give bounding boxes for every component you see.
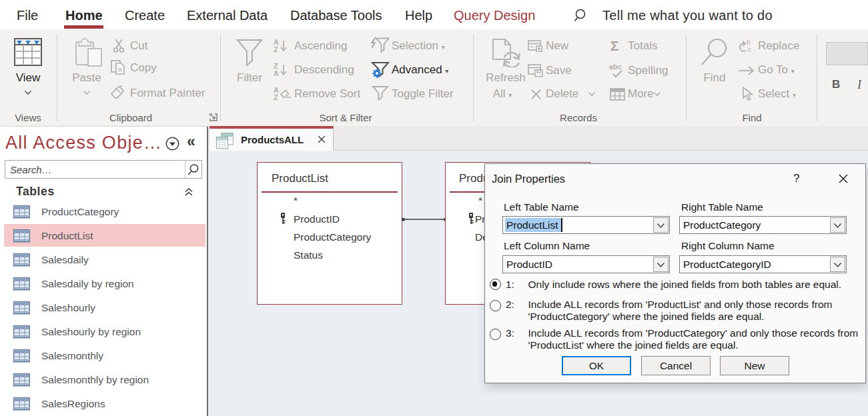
svg-text:b: b (747, 39, 751, 46)
svg-text:A: A (274, 69, 279, 77)
svg-text:abc: abc (609, 63, 622, 71)
svg-text:c: c (748, 46, 751, 53)
svg-text:Z: Z (274, 93, 278, 101)
svg-text:Z: Z (274, 45, 278, 53)
